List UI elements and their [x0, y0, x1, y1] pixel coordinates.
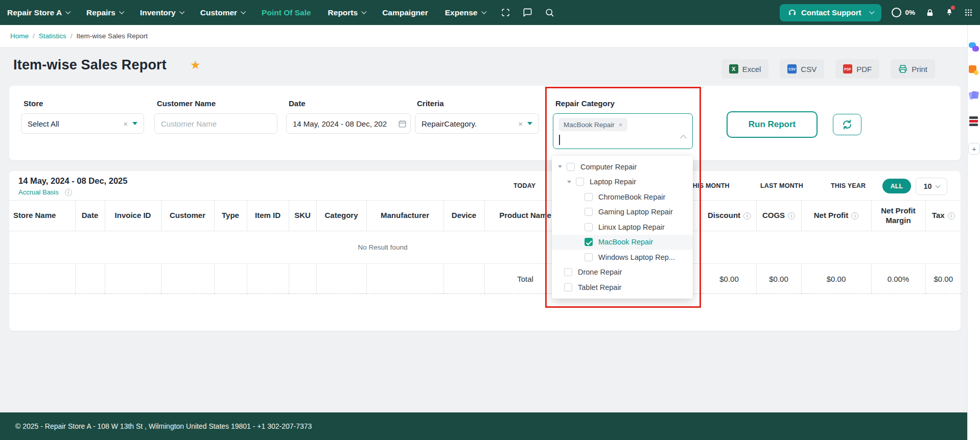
refresh-button[interactable] [833, 114, 861, 135]
export-excel-button[interactable]: X Excel [721, 59, 769, 79]
nav-point-of-sale[interactable]: Point Of Sale [262, 8, 311, 17]
checkbox[interactable] [564, 268, 572, 276]
favorite-star-icon[interactable]: ★ [190, 58, 201, 72]
col-category[interactable]: Category [316, 201, 366, 231]
period-this-year[interactable]: THIS YEAR [831, 182, 866, 189]
extension-stack-icon[interactable] [969, 116, 979, 127]
tree-item-laptop-repair[interactable]: Laptop Repair [552, 175, 693, 190]
checkbox[interactable] [585, 223, 593, 231]
info-icon[interactable] [788, 212, 795, 219]
col-sku[interactable]: SKU [289, 201, 316, 231]
dropdown-arrow-icon [527, 122, 532, 125]
extension-chat-icon[interactable] [969, 42, 979, 53]
total-discount: $0.00 [702, 264, 756, 294]
checkbox[interactable] [564, 283, 572, 291]
info-icon[interactable] [65, 189, 72, 196]
extension-orange-icon[interactable] [969, 65, 979, 76]
search-icon[interactable] [545, 8, 554, 17]
nav-inventory[interactable]: Inventory [140, 8, 183, 17]
accrual-basis-link[interactable]: Accrual Basis [18, 188, 59, 196]
col-item-id[interactable]: Item ID [247, 201, 289, 231]
period-all-button[interactable]: ALL [882, 179, 911, 193]
chevron-down-icon [119, 9, 124, 14]
add-extension-button[interactable]: + [968, 143, 980, 155]
info-icon[interactable] [743, 212, 751, 219]
tree-item-linux-laptop-repair[interactable]: Linux Laptop Repair [552, 219, 693, 235]
customer-name-input[interactable] [154, 113, 277, 134]
chat-icon[interactable] [523, 8, 532, 17]
nav-repairs[interactable]: Repairs [86, 8, 123, 17]
col-cogs[interactable]: COGS [756, 201, 801, 231]
export-pdf-button[interactable]: PDF PDF [835, 59, 879, 79]
period-last-month[interactable]: LAST MONTH [760, 182, 803, 189]
tree-item-chromebook-repair[interactable]: ChromeBook Repair [552, 189, 693, 205]
checkbox[interactable] [567, 163, 575, 171]
tree-item-macbook-repair[interactable]: MacBook Repair [552, 235, 693, 250]
checkbox[interactable] [585, 208, 593, 216]
info-icon[interactable] [948, 212, 955, 219]
breadcrumb: Home / Statistics / Item-wise Sales Repo… [0, 25, 967, 47]
calendar-icon[interactable] [398, 119, 407, 130]
tree-item-gaming-laptop-repair[interactable]: Gaming Laptop Repair [552, 205, 693, 220]
notifications-button[interactable] [945, 7, 954, 18]
tree-item-drone-repair[interactable]: Drone Repair [552, 265, 693, 280]
nav-repair-store[interactable]: Repair Store A [7, 8, 69, 17]
breadcrumb-statistics[interactable]: Statistics [39, 32, 66, 40]
nav-reports[interactable]: Reports [328, 8, 366, 17]
nav-customer[interactable]: Customer [200, 8, 245, 17]
checkbox-checked[interactable] [585, 238, 593, 246]
run-report-button[interactable]: Run Report [727, 111, 818, 138]
tree-item-tablet-repair[interactable]: Tablet Repair [552, 280, 693, 295]
total-net-profit-margin: 0.00% [871, 264, 925, 294]
tree-item-windows-laptop-repair[interactable]: Windows Laptop Rep... [552, 250, 693, 265]
extension-purple-icon[interactable] [969, 90, 979, 101]
checkbox[interactable] [585, 193, 593, 201]
repair-category-multiselect[interactable]: MacBook Repair [553, 113, 693, 149]
csv-icon: CSV [787, 64, 797, 74]
col-device[interactable]: Device [444, 201, 484, 231]
clear-icon[interactable] [518, 119, 523, 128]
export-csv-button[interactable]: CSV CSV [780, 59, 824, 79]
tree-item-computer-repair[interactable]: Computer Repair [552, 159, 693, 175]
apps-grid-icon[interactable] [964, 8, 973, 17]
chevron-down-icon [481, 9, 486, 14]
store-select[interactable]: Select All [21, 113, 144, 134]
clear-icon[interactable] [123, 119, 128, 128]
col-type[interactable]: Type [214, 201, 247, 231]
lock-icon[interactable] [925, 8, 935, 17]
col-tax[interactable]: Tax [925, 201, 961, 231]
nav-campaigner[interactable]: Campaigner [382, 8, 428, 17]
print-button[interactable]: Print [891, 59, 935, 79]
period-today[interactable]: TODAY [514, 182, 535, 189]
navbar-right: Contact Support 0% [780, 4, 973, 21]
criteria-select[interactable]: RepairCategory. [415, 113, 539, 134]
nav-expense[interactable]: Expense [445, 8, 485, 17]
headset-icon [788, 8, 797, 17]
period-this-month[interactable]: THIS MONTH [689, 182, 730, 189]
expand-arrow-icon[interactable] [558, 165, 562, 168]
col-manufacturer[interactable]: Manufacturer [366, 201, 444, 231]
info-icon[interactable] [851, 212, 858, 219]
dropdown-arrow-icon [132, 122, 137, 125]
text-cursor [559, 135, 560, 145]
col-customer[interactable]: Customer [161, 201, 214, 231]
storage-usage-indicator[interactable]: 0% [892, 8, 915, 17]
date-range-input[interactable]: 14 May, 2024 - 08 Dec, 202 [286, 113, 411, 134]
scan-icon[interactable] [501, 8, 510, 17]
breadcrumb-separator: / [33, 32, 35, 40]
chevron-down-icon [361, 9, 366, 14]
checkbox[interactable] [585, 253, 593, 261]
remove-tag-icon[interactable] [619, 121, 623, 129]
checkbox[interactable] [576, 178, 584, 186]
col-net-profit-margin[interactable]: Net Profit Margin [871, 201, 925, 231]
col-store-name[interactable]: Store Name [9, 201, 75, 231]
expand-arrow-icon[interactable] [567, 181, 571, 183]
page-size-select[interactable]: 10 [916, 178, 947, 195]
empty-result-row: No Result found [9, 231, 961, 264]
col-net-profit[interactable]: Net Profit [801, 201, 871, 231]
col-discount[interactable]: Discount [702, 201, 756, 231]
breadcrumb-home[interactable]: Home [10, 32, 29, 40]
contact-support-button[interactable]: Contact Support [780, 4, 882, 21]
col-invoice-id[interactable]: Invoice ID [105, 201, 161, 231]
col-date[interactable]: Date [75, 201, 105, 231]
